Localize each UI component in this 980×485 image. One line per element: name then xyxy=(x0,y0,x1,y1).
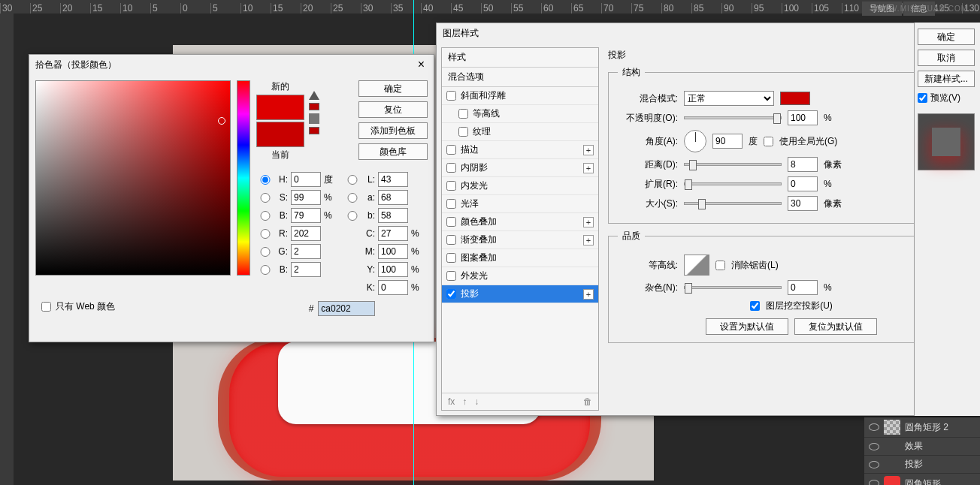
hue-slider[interactable] xyxy=(237,80,250,276)
preview-checkbox[interactable] xyxy=(918,93,927,103)
eye-icon[interactable] xyxy=(869,443,879,450)
distance-slider[interactable] xyxy=(684,163,782,166)
layer-fx-row[interactable]: 效果 xyxy=(864,438,980,456)
input-m[interactable] xyxy=(378,244,408,259)
spread-slider[interactable] xyxy=(684,182,782,185)
input-lab-b[interactable] xyxy=(378,208,408,223)
close-icon[interactable]: × xyxy=(415,55,428,74)
input-k[interactable] xyxy=(378,280,408,295)
input-g[interactable] xyxy=(291,244,321,259)
layer-fx-item[interactable]: 投影 xyxy=(864,456,980,474)
websafe-swatch[interactable] xyxy=(309,127,319,134)
size-input[interactable] xyxy=(788,196,818,211)
radio-a[interactable] xyxy=(343,193,361,203)
reset-default-button[interactable]: 复位为默认值 xyxy=(794,318,877,335)
shadow-color-swatch[interactable] xyxy=(780,92,810,105)
input-bv[interactable] xyxy=(291,208,321,223)
style-color-overlay[interactable]: 颜色叠加+ xyxy=(442,213,598,231)
up-icon[interactable]: ↑ xyxy=(462,396,467,407)
fx-icon[interactable]: fx xyxy=(448,396,455,407)
layer-row[interactable]: 圆角矩形 2 xyxy=(864,417,980,438)
input-s[interactable] xyxy=(291,190,321,205)
input-c[interactable] xyxy=(378,226,408,241)
ruler-horizontal: 3025201510505101520253035404550556065707… xyxy=(0,0,980,14)
plus-icon[interactable]: + xyxy=(583,235,594,246)
input-h[interactable] xyxy=(291,172,321,187)
websafe-warning-icon[interactable] xyxy=(309,113,319,124)
style-inner-shadow[interactable]: 内阴影+ xyxy=(442,159,598,177)
radio-h[interactable] xyxy=(256,175,274,185)
opacity-slider[interactable] xyxy=(684,116,782,119)
color-lib-button[interactable]: 颜色库 xyxy=(358,143,428,160)
make-default-button[interactable]: 设置为默认值 xyxy=(706,318,788,335)
contour-picker[interactable] xyxy=(684,255,709,276)
add-swatch-button[interactable]: 添加到色板 xyxy=(358,122,428,139)
opacity-input[interactable] xyxy=(788,110,818,125)
layers-panel: 圆角矩形 2 效果 投影 圆角矩形 xyxy=(864,417,980,485)
gamut-swatch[interactable] xyxy=(309,103,319,110)
plus-icon[interactable]: + xyxy=(583,145,594,155)
global-light-checkbox[interactable] xyxy=(764,137,773,146)
saturation-field[interactable] xyxy=(35,80,231,276)
picker-ring[interactable] xyxy=(218,117,225,125)
style-grad-overlay[interactable]: 渐变叠加+ xyxy=(442,231,598,249)
style-pat-overlay[interactable]: 图案叠加 xyxy=(442,249,598,267)
reset-button[interactable]: 复位 xyxy=(358,101,428,118)
input-hex[interactable] xyxy=(318,301,375,316)
ok-button[interactable]: 确定 xyxy=(358,80,428,97)
web-only-label: 只有 Web 颜色 xyxy=(56,300,115,313)
spread-input[interactable] xyxy=(788,176,818,191)
styles-header[interactable]: 样式 xyxy=(442,48,598,68)
layer-row[interactable]: 圆角矩形 xyxy=(864,474,980,485)
style-drop-shadow[interactable]: 投影+ xyxy=(442,285,598,303)
gamut-warning-icon[interactable] xyxy=(309,91,319,100)
layer-thumb xyxy=(884,476,900,485)
input-a[interactable] xyxy=(378,190,408,205)
angle-dial[interactable] xyxy=(684,130,706,152)
plus-icon[interactable]: + xyxy=(583,163,594,173)
radio-bb[interactable] xyxy=(256,265,274,275)
style-bevel[interactable]: 斜面和浮雕 xyxy=(442,87,598,105)
radio-g[interactable] xyxy=(256,247,274,257)
radio-lab-b[interactable] xyxy=(343,211,361,221)
noise-slider[interactable] xyxy=(684,286,782,289)
input-y[interactable] xyxy=(378,262,408,277)
input-r[interactable] xyxy=(291,226,321,241)
style-contour[interactable]: 等高线 xyxy=(442,105,598,123)
size-slider[interactable] xyxy=(684,202,782,205)
web-only-checkbox[interactable] xyxy=(41,302,51,312)
knockout-checkbox[interactable] xyxy=(750,301,760,311)
current-color-swatch[interactable] xyxy=(256,122,304,147)
style-satin[interactable]: 光泽 xyxy=(442,195,598,213)
radio-r[interactable] xyxy=(256,229,274,239)
radio-s[interactable] xyxy=(256,193,274,203)
style-stroke[interactable]: 描边+ xyxy=(442,141,598,159)
picker-title: 拾色器（投影颜色） xyxy=(35,55,116,74)
distance-input[interactable] xyxy=(788,157,818,172)
plus-icon[interactable]: + xyxy=(583,289,594,300)
down-icon[interactable]: ↓ xyxy=(474,396,479,407)
ls-ok-button[interactable]: 确定 xyxy=(918,29,975,45)
eye-icon[interactable] xyxy=(869,423,879,431)
noise-input[interactable] xyxy=(788,280,818,295)
blend-options[interactable]: 混合选项 xyxy=(442,68,598,87)
eye-icon[interactable] xyxy=(869,480,879,485)
plus-icon[interactable]: + xyxy=(583,217,594,227)
radio-l[interactable] xyxy=(343,175,361,185)
input-bb[interactable] xyxy=(291,262,321,277)
ls-cancel-button[interactable]: 取消 xyxy=(918,50,975,66)
style-outer-glow[interactable]: 外发光 xyxy=(442,267,598,285)
antialias-checkbox[interactable] xyxy=(715,261,725,270)
styles-list: 样式 混合选项 斜面和浮雕 等高线 纹理 描边+ 内阴影+ 内发光 光泽 颜色叠… xyxy=(441,47,599,411)
blend-mode-select[interactable]: 正常 xyxy=(684,91,774,106)
eye-icon[interactable] xyxy=(869,461,879,468)
trash-icon[interactable]: 🗑 xyxy=(583,396,592,407)
input-l[interactable] xyxy=(378,172,408,187)
style-inner-glow[interactable]: 内发光 xyxy=(442,177,598,195)
ls-newstyle-button[interactable]: 新建样式... xyxy=(918,71,975,87)
layer-thumb xyxy=(884,420,900,435)
radio-b[interactable] xyxy=(256,211,274,221)
angle-input[interactable] xyxy=(712,134,743,149)
style-texture[interactable]: 纹理 xyxy=(442,123,598,141)
hash-label: # xyxy=(309,303,314,314)
